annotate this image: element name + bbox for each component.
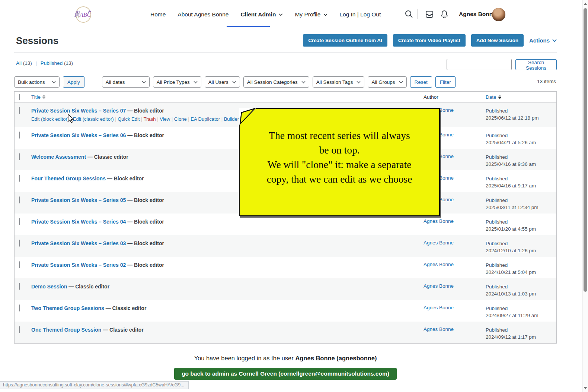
go-back-to-admin-button[interactable]: go back to admin as Cornell Green (corne…: [174, 368, 397, 380]
page-title: Sessions: [16, 35, 58, 47]
session-tags-select[interactable]: All Session Tags: [313, 76, 365, 88]
inbox-icon[interactable]: [425, 10, 434, 19]
search-sessions-button[interactable]: Search Sessions: [515, 59, 557, 70]
filter-button[interactable]: Filter: [435, 76, 456, 88]
note-line: The most recent series will always: [269, 128, 410, 143]
note-line: copy, that we can edit as we choose: [267, 172, 412, 186]
row-checkbox[interactable]: [19, 175, 20, 182]
create-from-video-playlist-button[interactable]: Create from Video Playlist: [393, 34, 466, 47]
column-title-sort[interactable]: Title: [31, 94, 424, 100]
chevron-down-icon: [552, 39, 557, 42]
author-link[interactable]: Agnes Bonne: [424, 326, 454, 332]
session-title-link[interactable]: Demo Session: [31, 284, 67, 290]
nav-home[interactable]: Home: [150, 11, 166, 18]
editor-state: — Block editor: [126, 108, 164, 114]
session-title-link[interactable]: Private Session Six Weeks – Series 05: [31, 197, 126, 203]
users-select[interactable]: All Users: [205, 76, 240, 88]
row-checkbox[interactable]: [19, 304, 20, 312]
chevron-down-icon: [301, 81, 306, 83]
chevron-down-icon: [194, 81, 198, 83]
groups-select[interactable]: All Groups: [368, 76, 406, 88]
nav-client-admin[interactable]: Client Admin: [240, 11, 283, 18]
search-icon[interactable]: [405, 10, 413, 19]
edit-block-editor-link[interactable]: Edit (block editor): [31, 116, 73, 122]
login-status-text: You have been logged in as the user Agne…: [14, 355, 557, 362]
row-checkbox[interactable]: [19, 107, 20, 114]
table-row: Private Session Six Weeks – Series 03 — …: [15, 235, 556, 257]
bulk-actions-select[interactable]: Bulk actions: [14, 76, 60, 88]
row-checkbox[interactable]: [19, 153, 20, 160]
row-checkbox[interactable]: [19, 218, 20, 225]
author-link[interactable]: Agnes Bonne: [424, 218, 454, 224]
annotation-sticky-note: The most recent series will always be on…: [239, 108, 440, 216]
search-sessions-input[interactable]: [447, 59, 512, 70]
bell-icon[interactable]: [440, 10, 449, 19]
author-link[interactable]: Agnes Bonne: [424, 262, 454, 267]
session-title-link[interactable]: One Themed Group Session: [31, 327, 101, 333]
scrollbar-thumb[interactable]: [584, 8, 587, 292]
price-types-select[interactable]: All Price Types: [153, 76, 201, 88]
table-row: Private Session Six Weeks – Series 04 — …: [15, 214, 556, 235]
select-all-checkbox[interactable]: [19, 94, 20, 100]
session-title-link[interactable]: Private Session Six Weeks – Series 07: [31, 108, 126, 114]
row-checkbox[interactable]: [19, 326, 20, 333]
row-checkbox[interactable]: [19, 132, 20, 139]
session-title-link[interactable]: Four Themed Group Sessions: [31, 176, 106, 181]
note-line: We will "clone" it: make a separate: [268, 157, 412, 172]
author-link[interactable]: Agnes Bonne: [424, 305, 454, 310]
table-header: Title Author Date: [15, 92, 556, 102]
chevron-down-icon: [142, 81, 146, 83]
ea-duplicator-link[interactable]: EA Duplicator: [191, 116, 224, 122]
session-title-link[interactable]: Two Themed Group Sessions: [31, 305, 104, 311]
row-checkbox[interactable]: [19, 196, 20, 203]
session-title-link[interactable]: Welcome Assessment: [31, 154, 86, 160]
quick-edit-link[interactable]: Quick Edit: [118, 116, 144, 122]
vertical-scrollbar[interactable]: [582, 0, 588, 392]
row-checkbox[interactable]: [19, 240, 20, 247]
active-nav-underline: [227, 26, 270, 27]
nav-about[interactable]: About Agnes Bonne: [178, 11, 229, 18]
add-new-session-button[interactable]: Add New Session: [471, 34, 524, 47]
session-title-link[interactable]: Private Session Six Weeks – Series 03: [31, 240, 126, 246]
nav-login-logout[interactable]: Log In | Log Out: [339, 11, 381, 18]
create-session-outline-button[interactable]: Create Session Outline from AI: [303, 34, 387, 47]
scroll-up-arrow-icon[interactable]: [584, 3, 587, 5]
note-line: be on top.: [319, 143, 359, 157]
header-user-name: Agnes Bonne: [459, 11, 496, 18]
builder-link[interactable]: Builder: [224, 116, 239, 122]
filter-bar: Bulk actions Apply All dates All Price T…: [14, 76, 456, 88]
author-link[interactable]: Agnes Bonne: [424, 240, 454, 246]
nav-my-profile[interactable]: My Profile: [295, 11, 327, 18]
session-title-link[interactable]: Private Session Six Weeks – Series 06: [31, 132, 126, 138]
view-published-link[interactable]: Published: [41, 60, 63, 66]
column-date-sort[interactable]: Date: [486, 94, 556, 100]
session-categories-select[interactable]: All Session Categories: [243, 76, 309, 88]
scroll-down-arrow-icon[interactable]: [584, 387, 587, 389]
row-checkbox[interactable]: [19, 283, 20, 290]
session-title-link[interactable]: Private Session Six Weeks – Series 04: [31, 219, 126, 225]
view-link[interactable]: View: [160, 116, 174, 122]
view-all-link[interactable]: All: [16, 60, 22, 66]
trash-link[interactable]: Trash: [144, 116, 160, 122]
svg-text:ABC: ABC: [79, 12, 91, 18]
user-avatar[interactable]: [492, 8, 505, 21]
clone-link[interactable]: Clone: [174, 116, 191, 122]
footer: You have been logged in as the user Agne…: [14, 355, 557, 380]
view-filter-links: All (13) | Published (13): [16, 60, 73, 66]
header-divider: [417, 9, 418, 19]
chevron-down-icon: [52, 81, 56, 83]
reset-button[interactable]: Reset: [410, 76, 432, 88]
sort-icon: [42, 95, 45, 99]
apply-button[interactable]: Apply: [63, 76, 84, 88]
session-title-link[interactable]: Private Session Six Weeks – Series 02: [31, 262, 126, 268]
page-action-buttons: Create Session Outline from AI Create fr…: [303, 34, 557, 47]
author-link[interactable]: Agnes Bonne: [424, 283, 454, 289]
table-row: One Themed Group Session — Classic edito…: [15, 322, 556, 343]
site-logo[interactable]: ABC: [73, 6, 92, 23]
table-row: Private Session Six Weeks – Series 02 — …: [15, 257, 556, 278]
chevron-down-icon: [357, 81, 361, 83]
dates-select[interactable]: All dates: [102, 76, 150, 88]
edit-classic-editor-link[interactable]: Edit (classic editor): [73, 116, 118, 122]
row-checkbox[interactable]: [19, 261, 20, 268]
actions-dropdown[interactable]: Actions: [529, 37, 557, 44]
